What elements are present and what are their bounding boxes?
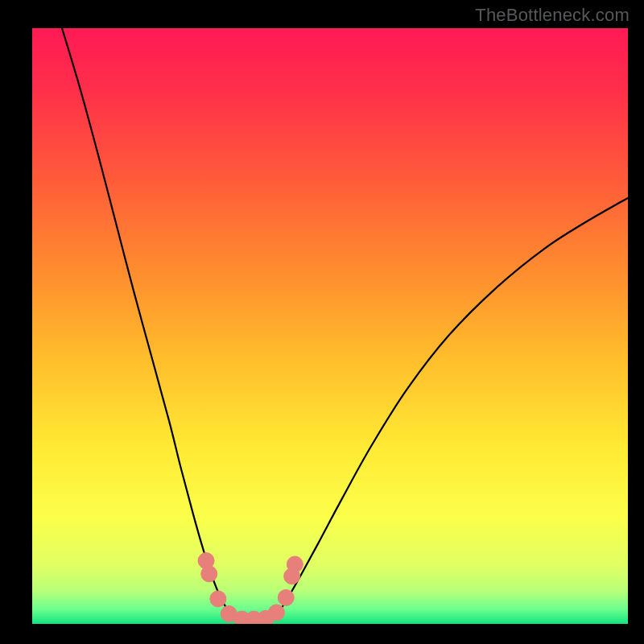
curve-right-branch [270,198,628,619]
marker-cluster [198,553,303,624]
chart-frame: TheBottleneck.com [0,0,644,644]
marker-point [210,591,226,607]
curve-layer [32,28,628,624]
marker-point [278,589,294,605]
marker-point [268,605,284,621]
marker-point [201,566,217,582]
marker-point [287,556,303,572]
plot-area [32,28,628,624]
watermark-text: TheBottleneck.com [475,5,630,26]
curve-left-branch [62,28,235,619]
